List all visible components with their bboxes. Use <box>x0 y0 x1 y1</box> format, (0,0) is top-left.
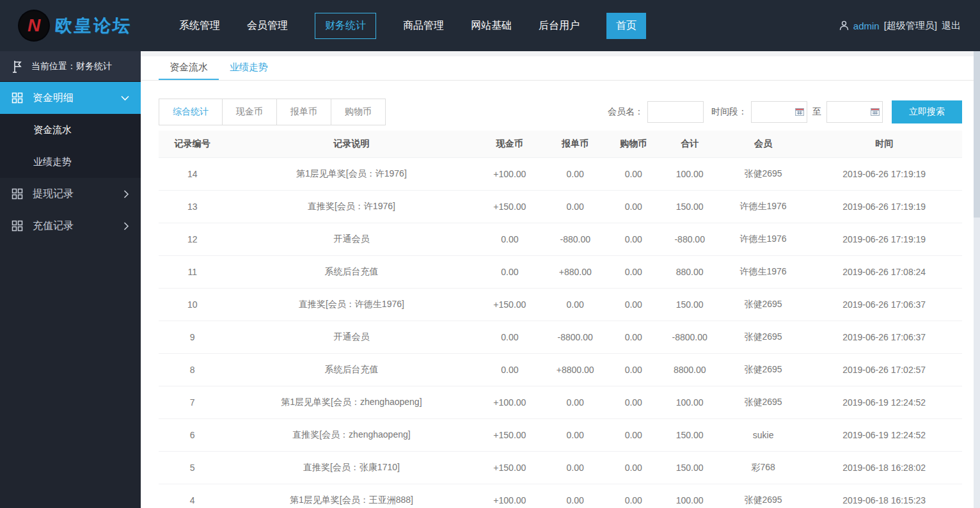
table-cell: 直推奖[会员：许德生1976] <box>226 288 477 321</box>
table-cell: 0.00 <box>608 386 659 418</box>
table-cell: 开通会员 <box>226 321 477 353</box>
nav-item-会员管理[interactable]: 会员管理 <box>247 19 288 33</box>
submenu-item-资金流水[interactable]: 资金流水 <box>0 114 141 146</box>
segment-购物币[interactable]: 购物币 <box>331 99 386 125</box>
table-row: 7第1层见单奖[会员：zhenghaopeng]+100.000.000.001… <box>159 386 962 418</box>
vertical-scrollbar[interactable] <box>974 51 980 508</box>
table-cell: 开通会员 <box>226 223 477 255</box>
submenu-资金明细: 资金流水业绩走势 <box>0 114 141 178</box>
nav-user-area: admin [超级管理员] 退出 <box>839 20 980 32</box>
top-strip <box>141 51 980 56</box>
nav-item-首页[interactable]: 首页 <box>606 13 646 39</box>
tab-资金流水[interactable]: 资金流水 <box>159 56 219 80</box>
table-cell: 第1层见单奖[会员：zhenghaopeng] <box>226 386 477 418</box>
table-cell: 2019-06-26 17:19:19 <box>806 223 962 255</box>
table-cell: 第1层见单奖[会员：王亚洲888] <box>226 484 477 508</box>
table-cell: +150.00 <box>477 288 542 321</box>
column-header-记录说明: 记录说明 <box>226 131 477 157</box>
table-cell: 0.00 <box>608 484 659 508</box>
nav-item-网站基础[interactable]: 网站基础 <box>471 19 512 33</box>
table-cell: 150.00 <box>659 451 720 484</box>
table-cell: 2019-06-19 12:24:52 <box>806 418 962 451</box>
table-cell: 2019-06-26 17:06:37 <box>806 288 962 321</box>
breadcrumb: 当前位置：财务统计 <box>0 51 141 82</box>
table-cell: 0.00 <box>608 321 659 353</box>
table-body: 14第1层见单奖[会员：许1976]+100.000.000.00100.00张… <box>159 157 962 508</box>
logout-link[interactable]: 退出 <box>942 20 961 32</box>
table-cell: 直推奖[会员：zhenghaopeng] <box>226 418 477 451</box>
scrollbar-thumb[interactable] <box>974 51 980 218</box>
sidebar-item-提现记录[interactable]: 提现记录 <box>0 178 141 210</box>
segment-现金币[interactable]: 现金币 <box>222 99 277 125</box>
table-cell: 0.00 <box>608 157 659 190</box>
table-cell: 0.00 <box>542 157 608 190</box>
table-cell: 13 <box>159 190 226 223</box>
table-row: 13直推奖[会员：许1976]+150.000.000.00150.00许德生1… <box>159 190 962 223</box>
search-controls: 会员名： 时间段： 至 <box>608 100 962 123</box>
search-button[interactable]: 立即搜索 <box>892 100 962 123</box>
table-cell: 张健2695 <box>720 386 806 418</box>
table-cell: 150.00 <box>659 190 720 223</box>
table-row: 8系统后台充值0.00+8800.000.008800.00张健26952019… <box>159 353 962 386</box>
submenu-item-业绩走势[interactable]: 业绩走势 <box>0 146 141 178</box>
table-cell: +100.00 <box>477 157 542 190</box>
member-name-input[interactable] <box>647 101 704 123</box>
table-cell: 5 <box>159 451 226 484</box>
tab-业绩走势[interactable]: 业绩走势 <box>219 56 279 80</box>
column-header-会员: 会员 <box>720 131 806 157</box>
time-range-label: 时间段： <box>711 106 747 118</box>
nav-item-财务统计[interactable]: 财务统计 <box>315 13 376 39</box>
table-cell: +150.00 <box>477 190 542 223</box>
chevron-down-icon <box>121 95 129 101</box>
user-name[interactable]: admin <box>853 20 880 31</box>
table-cell: +100.00 <box>477 484 542 508</box>
table-cell: 9 <box>159 321 226 353</box>
content: 综合统计现金币报单币购物币 会员名： 时间段： <box>141 99 980 508</box>
calendar-icon[interactable] <box>795 107 804 118</box>
table-cell: 系统后台充值 <box>226 353 477 386</box>
calendar-icon[interactable] <box>871 107 880 118</box>
table-cell: 许德生1976 <box>720 190 806 223</box>
grid-icon <box>12 220 23 232</box>
column-header-现金币: 现金币 <box>477 131 542 157</box>
table-cell: 2019-06-18 16:28:02 <box>806 451 962 484</box>
table-cell: sukie <box>720 418 806 451</box>
segment-报单币[interactable]: 报单币 <box>276 99 331 125</box>
nav-item-系统管理[interactable]: 系统管理 <box>179 19 220 33</box>
table-cell: -880.00 <box>542 223 608 255</box>
brand-logo-text: 欧皇论坛 <box>54 14 132 37</box>
records-table: 记录编号记录说明现金币报单币购物币合计会员时间 14第1层见单奖[会员：许197… <box>159 131 962 508</box>
table-row: 10直推奖[会员：许德生1976]+150.000.000.00150.00张健… <box>159 288 962 321</box>
table-row: 12开通会员0.00-880.000.00-880.00许德生19762019-… <box>159 223 962 255</box>
sidebar-item-label: 资金明细 <box>33 91 74 105</box>
sidebar-item-资金明细[interactable]: 资金明细 <box>0 82 141 114</box>
table-row: 5直推奖[会员：张康1710]+150.000.000.00150.00彩768… <box>159 451 962 484</box>
to-label: 至 <box>812 106 821 118</box>
signpost-icon <box>10 60 23 74</box>
user-icon <box>839 20 849 31</box>
segment-综合统计[interactable]: 综合统计 <box>159 99 223 125</box>
table-cell: +150.00 <box>477 451 542 484</box>
table-cell: 0.00 <box>608 418 659 451</box>
table-cell: 2019-06-26 17:06:37 <box>806 321 962 353</box>
nav-item-商品管理[interactable]: 商品管理 <box>403 19 444 33</box>
table-cell: 0.00 <box>608 353 659 386</box>
nav-item-后台用户[interactable]: 后台用户 <box>539 19 580 33</box>
table-cell: 7 <box>159 386 226 418</box>
tab-bar: 资金流水业绩走势 <box>141 56 980 81</box>
table-cell: 100.00 <box>659 484 720 508</box>
table-cell: 8 <box>159 353 226 386</box>
table-cell: +100.00 <box>477 386 542 418</box>
sidebar: 当前位置：财务统计 资金明细资金流水业绩走势提现记录充值记录 <box>0 51 141 508</box>
column-header-时间: 时间 <box>806 131 962 157</box>
table-row: 6直推奖[会员：zhenghaopeng]+150.000.000.00150.… <box>159 418 962 451</box>
sidebar-item-充值记录[interactable]: 充值记录 <box>0 210 141 242</box>
column-header-记录编号: 记录编号 <box>159 131 226 157</box>
column-header-合计: 合计 <box>659 131 720 157</box>
grid-icon <box>12 92 23 104</box>
table-cell: -880.00 <box>659 223 720 255</box>
table-cell: 系统后台充值 <box>226 255 477 288</box>
table-cell: 张健2695 <box>720 321 806 353</box>
table-cell: 0.00 <box>542 451 608 484</box>
table-cell: 0.00 <box>477 353 542 386</box>
